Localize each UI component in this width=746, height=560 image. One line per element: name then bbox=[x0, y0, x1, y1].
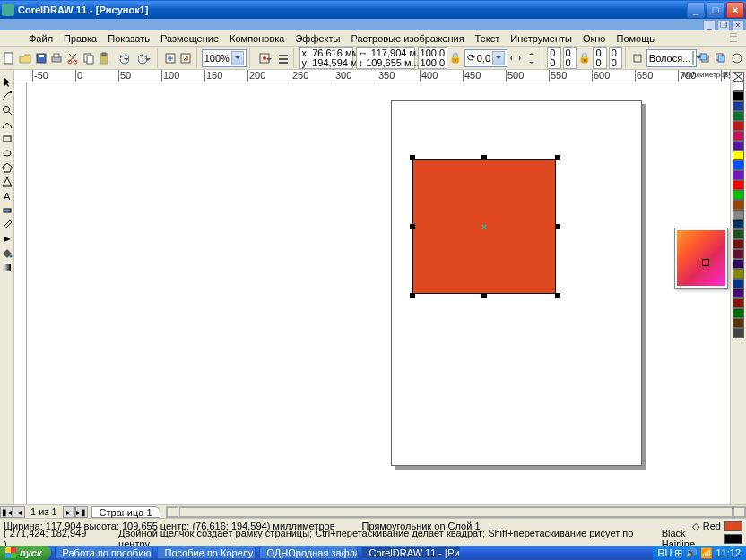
freehand-tool[interactable] bbox=[1, 118, 13, 131]
zoom-tool[interactable] bbox=[1, 104, 13, 116]
interactive-fill-tool[interactable] bbox=[1, 262, 13, 274]
handle-sw[interactable] bbox=[410, 293, 415, 298]
color-swatch[interactable] bbox=[733, 229, 744, 239]
start-button[interactable]: пуск bbox=[0, 546, 51, 560]
color-swatch[interactable] bbox=[733, 259, 744, 269]
color-swatch[interactable] bbox=[733, 131, 744, 141]
taskbar-item-active[interactable]: CorelDRAW 11 - [Рис... bbox=[361, 547, 460, 559]
mirror-h-button[interactable] bbox=[508, 48, 524, 68]
corner-br[interactable]: 00 bbox=[609, 47, 622, 69]
color-swatch[interactable] bbox=[733, 318, 744, 328]
menu-help[interactable]: Помощь bbox=[616, 33, 655, 44]
handle-w[interactable] bbox=[410, 224, 415, 229]
handle-e[interactable] bbox=[555, 224, 560, 229]
chevron-down-icon[interactable] bbox=[492, 51, 505, 65]
color-swatch[interactable] bbox=[733, 101, 744, 111]
menu-bitmaps[interactable]: Растровые изображения bbox=[351, 33, 464, 44]
child-close-button[interactable]: × bbox=[732, 20, 744, 30]
convert-curves-button[interactable] bbox=[729, 48, 744, 68]
color-swatch[interactable] bbox=[733, 200, 744, 210]
tray-icon[interactable]: 🔊 bbox=[685, 547, 698, 559]
menu-tools[interactable]: Инструменты bbox=[510, 33, 572, 44]
menu-text[interactable]: Текст bbox=[475, 33, 500, 44]
page-next-button[interactable]: ▸ bbox=[63, 506, 75, 518]
color-swatch[interactable] bbox=[733, 220, 744, 229]
color-swatch[interactable] bbox=[733, 141, 744, 151]
text-tool[interactable]: A bbox=[1, 190, 13, 202]
options-button[interactable] bbox=[276, 48, 291, 68]
tray-network-icon[interactable]: 📶 bbox=[700, 547, 713, 559]
print-button[interactable] bbox=[49, 48, 65, 68]
scroll-left-button[interactable] bbox=[167, 507, 178, 517]
interactive-tool[interactable] bbox=[1, 204, 13, 217]
redo-button[interactable] bbox=[134, 48, 154, 68]
taskbar-item[interactable]: ОДНОродная зафла... bbox=[259, 547, 358, 559]
handle-ne[interactable] bbox=[555, 155, 560, 160]
color-swatch[interactable] bbox=[733, 210, 744, 220]
outline-indicator[interactable] bbox=[724, 534, 742, 544]
menu-window[interactable]: Окно bbox=[583, 33, 606, 44]
vertical-ruler[interactable] bbox=[14, 82, 27, 518]
fill-tool[interactable] bbox=[1, 247, 13, 260]
color-swatch[interactable] bbox=[733, 160, 744, 170]
menu-arrange[interactable]: Компоновка bbox=[230, 33, 284, 44]
color-swatch[interactable] bbox=[733, 91, 744, 101]
outline-tool[interactable] bbox=[1, 233, 13, 246]
open-button[interactable] bbox=[18, 48, 33, 68]
toolbar-grip[interactable] bbox=[730, 33, 737, 44]
color-swatch[interactable] bbox=[733, 269, 744, 279]
maximize-button[interactable]: □ bbox=[707, 2, 724, 18]
handle-s[interactable] bbox=[481, 293, 487, 298]
color-swatch[interactable] bbox=[733, 279, 744, 289]
size-fields[interactable]: ↔ 117,904 м... ↕ 109,655 м... bbox=[356, 47, 415, 69]
menu-view[interactable]: Показать bbox=[108, 33, 150, 44]
corner-tr[interactable]: 00 bbox=[563, 47, 577, 69]
cut-button[interactable] bbox=[65, 48, 81, 68]
color-swatch[interactable] bbox=[733, 121, 744, 131]
child-restore-button[interactable]: ❐ bbox=[717, 20, 730, 30]
horizontal-scrollbar[interactable] bbox=[166, 506, 746, 518]
tray-icon[interactable]: ⊞ bbox=[674, 547, 682, 559]
tray-lang[interactable]: RU bbox=[658, 547, 672, 558]
menu-effects[interactable]: Эффекты bbox=[295, 33, 340, 44]
page-last-button[interactable]: ▸▮ bbox=[75, 506, 88, 518]
mirror-v-button[interactable] bbox=[524, 48, 539, 68]
to-back-button[interactable] bbox=[714, 48, 729, 68]
polygon-tool[interactable] bbox=[1, 161, 13, 174]
ellipse-tool[interactable] bbox=[1, 147, 13, 159]
color-swatch[interactable] bbox=[733, 298, 744, 308]
scale-fields[interactable]: 100,0 100,0 bbox=[418, 47, 448, 69]
outline-width-combo[interactable]: Волося... bbox=[646, 49, 697, 67]
color-swatch[interactable] bbox=[733, 239, 744, 249]
chevron-down-icon[interactable] bbox=[692, 51, 694, 65]
taskbar-item[interactable]: Пособие по Корелу ... bbox=[157, 547, 256, 559]
color-flyout[interactable] bbox=[674, 228, 728, 289]
save-button[interactable] bbox=[33, 48, 48, 68]
page-first-button[interactable]: ▮◂ bbox=[0, 506, 13, 518]
page-prev-button[interactable]: ◂ bbox=[13, 506, 25, 518]
shape-tool[interactable] bbox=[1, 90, 13, 102]
color-swatch[interactable] bbox=[733, 82, 744, 91]
zoom-combo[interactable]: 100% bbox=[202, 49, 247, 67]
paste-button[interactable] bbox=[97, 48, 112, 68]
page-tab[interactable]: Страница 1 bbox=[91, 506, 160, 518]
export-button[interactable] bbox=[178, 48, 194, 68]
corner-tl[interactable]: 00 bbox=[547, 47, 560, 69]
copy-button[interactable] bbox=[81, 48, 96, 68]
color-gradient[interactable] bbox=[677, 230, 725, 286]
lock-ratio-button[interactable]: 🔒 bbox=[448, 48, 464, 68]
scroll-right-button[interactable] bbox=[733, 507, 745, 517]
new-button[interactable] bbox=[2, 48, 17, 68]
snap-button[interactable] bbox=[255, 48, 275, 68]
corner-bl[interactable]: 00 bbox=[593, 47, 606, 69]
handle-nw[interactable] bbox=[410, 155, 415, 160]
color-swatch[interactable] bbox=[733, 180, 744, 190]
eyedropper-tool[interactable] bbox=[1, 219, 13, 231]
taskbar-item[interactable]: Работа по пособию ... bbox=[55, 547, 153, 559]
no-fill-swatch[interactable] bbox=[733, 72, 744, 82]
menu-file[interactable]: Файл bbox=[29, 33, 53, 44]
color-swatch[interactable] bbox=[733, 151, 744, 160]
minimize-button[interactable]: _ bbox=[687, 2, 705, 18]
handle-se[interactable] bbox=[555, 293, 560, 298]
color-swatch[interactable] bbox=[733, 170, 744, 180]
